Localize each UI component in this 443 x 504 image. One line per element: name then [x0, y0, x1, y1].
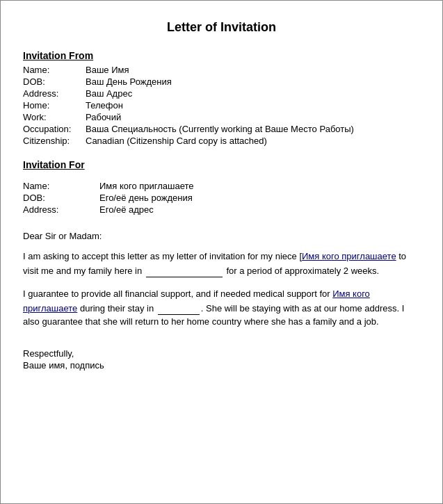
field-label: Citizenship: [23, 135, 86, 147]
city-blank [146, 263, 223, 278]
paragraph1-text1: I am asking to accept this letter as my … [23, 251, 302, 261]
field-value: Ваш День Рождения [86, 76, 420, 88]
table-row: Address: Его/её адрес [23, 204, 420, 216]
field-value: Canadian (Citizenship Card copy is attac… [86, 135, 420, 147]
table-row: Name: Имя кого приглашаете [23, 180, 420, 192]
field-label: Address: [23, 88, 86, 99]
field-label: DOB: [23, 192, 99, 204]
table-row: Name: Ваше Имя [23, 64, 420, 76]
document-container: Letter of Invitation Invitation From Nam… [0, 0, 443, 504]
table-row: Occupation: Ваша Специальность (Currentl… [23, 123, 420, 135]
city-blank2 [158, 301, 200, 316]
section1-heading: Invitation From [23, 50, 420, 61]
field-label: Work: [23, 111, 86, 123]
field-label: DOB: [23, 76, 86, 88]
document-title: Letter of Invitation [23, 20, 420, 35]
field-value: Его/её адрес [99, 204, 420, 216]
field-label: Name: [23, 64, 86, 76]
field-value: Рабочий [86, 111, 420, 123]
table-row: DOB: Его/её день рождения [23, 192, 420, 204]
field-label: Home: [23, 99, 86, 111]
body-section: Dear Sir or Madam: I am asking to accept… [23, 231, 420, 329]
paragraph1: I am asking to accept this letter as my … [23, 250, 420, 277]
salutation: Dear Sir or Madam: [23, 231, 420, 241]
paragraph1-text3: for a period of approximately 2 weeks. [224, 266, 379, 276]
field-label: Occupation: [23, 123, 86, 135]
closing-line2: Ваше имя, подпись [23, 360, 420, 371]
table-row: Work: Рабочий [23, 111, 420, 123]
invitation-for-table: Name: Имя кого приглашаете DOB: Его/её д… [23, 180, 420, 216]
paragraph2: I guarantee to provide all financial sup… [23, 287, 420, 329]
table-row: DOB: Ваш День Рождения [23, 76, 420, 88]
field-value: Ваш Адрес [86, 88, 420, 99]
section2-heading: Invitation For [23, 159, 420, 170]
closing-line1: Respectfully, [23, 348, 420, 359]
field-label: Name: [23, 180, 99, 192]
field-value: Телефон [86, 99, 420, 111]
table-row: Home: Телефон [23, 99, 420, 111]
paragraph2-text2: during their stay in [77, 303, 156, 314]
table-row: Citizenship: Canadian (Citizenship Card … [23, 135, 420, 147]
invitee-link1: Имя кого приглашаете [302, 251, 396, 261]
field-label: Address: [23, 204, 99, 216]
field-value: Ваше Имя [86, 64, 420, 76]
field-value: Имя кого приглашаете [99, 180, 420, 192]
table-row: Address: Ваш Адрес [23, 88, 420, 99]
field-value: Ваша Специальность (Currently working at… [86, 123, 420, 135]
field-value: Его/её день рождения [99, 192, 420, 204]
invitation-from-table: Name: Ваше Имя DOB: Ваш День Рождения Ad… [23, 64, 420, 147]
paragraph2-text1: I guarantee to provide all financial sup… [23, 288, 332, 299]
closing-section: Respectfully, Ваше имя, подпись [23, 348, 420, 371]
